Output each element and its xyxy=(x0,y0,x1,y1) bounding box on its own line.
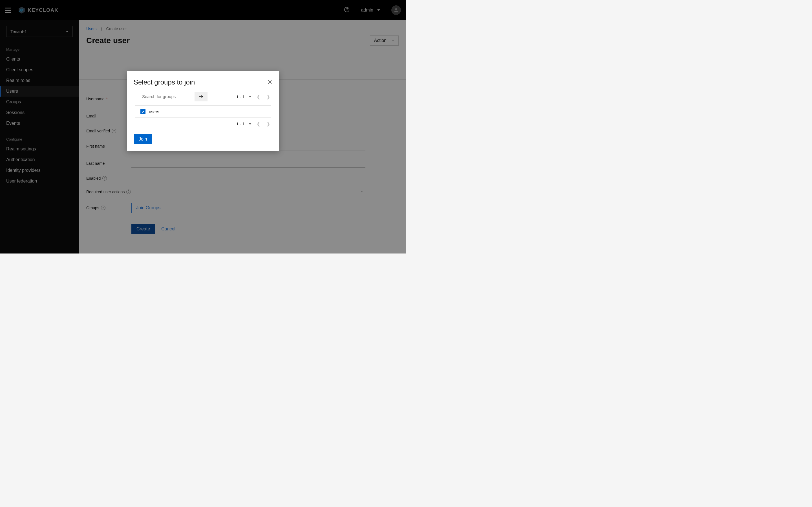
modal-overlay[interactable]: Select groups to join ✕ 1 - 1 xyxy=(0,0,406,253)
check-icon xyxy=(141,110,145,113)
search-groups-input[interactable] xyxy=(142,94,196,99)
search-group-wrap xyxy=(138,92,207,101)
search-input-wrapper xyxy=(138,93,195,100)
page-prev-button[interactable]: ❮ xyxy=(255,120,261,128)
arrow-right-icon xyxy=(199,94,204,99)
pager-top: 1 - 1 ❮ ❯ xyxy=(236,93,271,101)
page-next-button[interactable]: ❯ xyxy=(265,120,271,128)
page-range: 1 - 1 xyxy=(236,94,245,99)
pager-bottom: 1 - 1 ❮ ❯ xyxy=(236,120,271,128)
modal-title: Select groups to join xyxy=(134,78,195,86)
group-checkbox[interactable] xyxy=(140,109,146,114)
group-name: users xyxy=(149,109,159,114)
select-groups-modal: Select groups to join ✕ 1 - 1 xyxy=(127,71,279,151)
page-prev-button[interactable]: ❮ xyxy=(255,93,261,101)
search-submit-button[interactable] xyxy=(195,92,207,101)
caret-down-icon[interactable] xyxy=(249,123,252,125)
join-button[interactable]: Join xyxy=(134,134,152,144)
caret-down-icon[interactable] xyxy=(249,96,252,98)
group-row[interactable]: users xyxy=(134,106,272,117)
close-modal-button[interactable]: ✕ xyxy=(267,79,272,86)
page-next-button[interactable]: ❯ xyxy=(265,93,271,101)
page-range: 1 - 1 xyxy=(236,121,245,126)
